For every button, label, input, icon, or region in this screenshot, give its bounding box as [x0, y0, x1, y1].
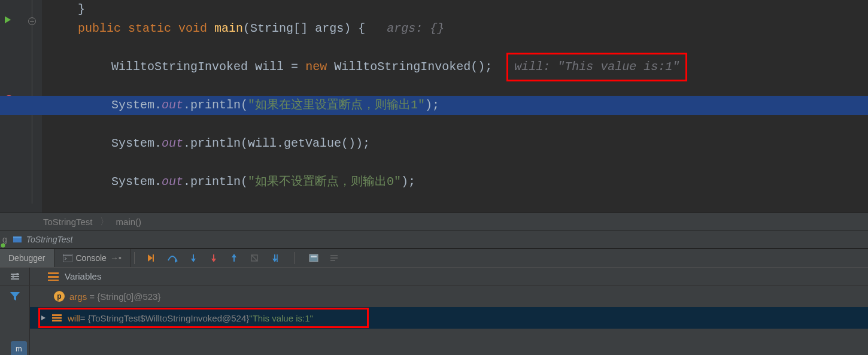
svg-marker-36 [10, 292, 20, 301]
debug-restart-icon[interactable] [12, 234, 23, 245]
current-execution-line: System. out .println( "如果在这里设置断点，则输出1" )… [0, 96, 868, 115]
param-badge-icon: p [54, 291, 65, 302]
step-over-icon[interactable] [167, 253, 178, 263]
svg-rect-23 [309, 254, 318, 262]
svg-rect-33 [48, 276, 59, 278]
highlight-box: will: "This value is:1" [506, 53, 687, 81]
filter-icon[interactable] [10, 292, 20, 301]
debug-toolbar: Debugger Console →• [0, 248, 868, 268]
drop-frame-icon[interactable] [250, 253, 259, 263]
breadcrumb-separator: 〉 [100, 216, 109, 227]
settings-icon[interactable] [10, 272, 20, 281]
svg-marker-9 [148, 254, 153, 262]
step-into-icon[interactable] [189, 253, 198, 263]
variables-list[interactable]: p args = {String[0]@523} will = {ToStrin… [30, 286, 868, 355]
svg-line-19 [251, 255, 257, 261]
method-params: (String[] args) { [243, 19, 365, 38]
tab-debugger[interactable]: Debugger [0, 249, 54, 267]
keyword-static: static [128, 19, 171, 38]
inlay-hint-will-key: will: [514, 57, 550, 77]
run-gutter-icon[interactable] [4, 16, 12, 24]
inlay-hint-args: args: {} [387, 19, 444, 38]
breadcrumb[interactable]: ToStringTest 〉 main() [0, 213, 868, 230]
svg-rect-35 [48, 280, 59, 281]
keyword-new: new [305, 57, 327, 77]
force-step-into-icon[interactable] [209, 253, 218, 263]
trace-icon[interactable] [329, 254, 339, 262]
svg-marker-37 [41, 315, 45, 320]
run-to-cursor-icon[interactable] [270, 253, 280, 263]
inlay-hint-will-val: "This value is:1" [557, 57, 679, 77]
svg-marker-15 [211, 259, 216, 262]
svg-marker-21 [272, 259, 277, 262]
tab-console[interactable]: Console →• [54, 249, 130, 267]
svg-rect-34 [48, 272, 59, 274]
breadcrumb-class[interactable]: ToStringTest [43, 217, 93, 227]
svg-rect-5 [13, 236, 22, 238]
variable-row-will[interactable]: will = {ToStringTest$WilltoStringInvoked… [30, 307, 868, 329]
svg-marker-13 [191, 259, 196, 262]
svg-marker-0 [5, 16, 11, 23]
debug-toolwindow-header: g ToStringTest [0, 230, 868, 248]
keyword-public: public [78, 19, 121, 38]
breadcrumb-method[interactable]: main() [116, 217, 142, 227]
expand-icon[interactable] [40, 315, 46, 321]
svg-rect-7 [63, 254, 72, 262]
svg-point-6 [1, 243, 5, 247]
show-execution-point-icon[interactable] [147, 253, 156, 263]
svg-marker-17 [232, 254, 236, 257]
variables-panel: Variables p args = {String[0]@523} [0, 268, 868, 355]
svg-rect-24 [311, 256, 317, 257]
evaluate-icon[interactable] [309, 254, 318, 262]
field-out: out [162, 172, 183, 192]
fold-icon[interactable] [28, 17, 37, 26]
method-name: main [214, 19, 243, 38]
svg-rect-40 [52, 320, 62, 321]
bottom-tab[interactable]: m [11, 341, 27, 355]
string-literal: "如果在这里设置断点，则输出1" [248, 96, 425, 115]
code-body[interactable]: } public static void main (String[] args… [42, 0, 868, 213]
svg-rect-38 [52, 314, 62, 316]
code-brace: } [78, 0, 85, 19]
threads-icon[interactable] [30, 272, 59, 281]
code-editor[interactable]: } public static void main (String[] args… [0, 0, 868, 213]
svg-point-32 [12, 275, 14, 278]
debug-config-name: ToStringTest [23, 235, 73, 244]
keyword-void: void [178, 19, 207, 38]
type-name: WilltoStringInvoked [111, 57, 248, 77]
var-name: will [255, 57, 284, 77]
string-literal: "如果不设置断点，则输出0" [248, 172, 401, 192]
object-icon [52, 314, 62, 321]
step-out-icon[interactable] [229, 253, 239, 263]
field-out: out [162, 96, 183, 115]
svg-rect-39 [52, 317, 62, 319]
svg-point-31 [16, 273, 19, 275]
variable-row-args[interactable]: p args = {String[0]@523} [30, 286, 868, 307]
variables-title: Variables [59, 271, 101, 281]
field-out: out [162, 134, 183, 153]
